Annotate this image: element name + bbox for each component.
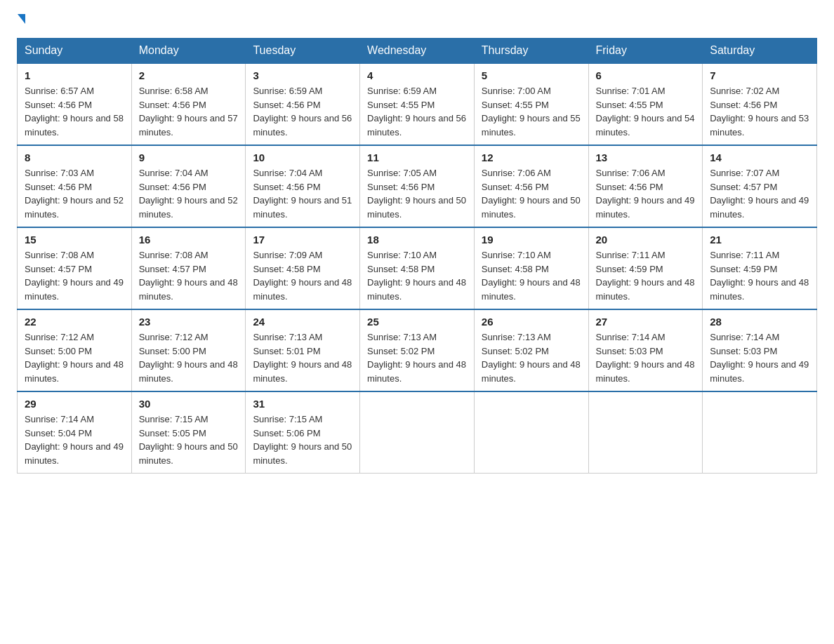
calendar-cell: 26Sunrise: 7:13 AMSunset: 5:02 PMDayligh… — [474, 309, 588, 391]
column-header-friday: Friday — [588, 39, 703, 64]
day-number: 11 — [367, 152, 467, 163]
page-header — [17, 17, 817, 27]
day-number: 28 — [710, 316, 809, 328]
day-number: 5 — [482, 69, 581, 81]
column-header-monday: Monday — [131, 39, 246, 64]
day-number: 3 — [253, 69, 352, 81]
day-number: 13 — [596, 152, 696, 163]
day-info: Sunrise: 7:15 AMSunset: 5:06 PMDaylight:… — [253, 414, 352, 466]
calendar-cell: 11Sunrise: 7:05 AMSunset: 4:56 PMDayligh… — [360, 145, 475, 227]
day-info: Sunrise: 6:59 AMSunset: 4:56 PMDaylight:… — [253, 86, 352, 137]
calendar-cell: 16Sunrise: 7:08 AMSunset: 4:57 PMDayligh… — [131, 227, 246, 309]
day-number: 16 — [139, 234, 239, 246]
day-number: 14 — [710, 152, 809, 163]
calendar-cell: 24Sunrise: 7:13 AMSunset: 5:01 PMDayligh… — [246, 309, 360, 391]
calendar-week-row: 15Sunrise: 7:08 AMSunset: 4:57 PMDayligh… — [18, 227, 817, 309]
calendar-cell: 13Sunrise: 7:06 AMSunset: 4:56 PMDayligh… — [588, 145, 703, 227]
calendar-cell: 15Sunrise: 7:08 AMSunset: 4:57 PMDayligh… — [18, 227, 132, 309]
day-number: 24 — [253, 316, 352, 328]
day-info: Sunrise: 7:12 AMSunset: 5:00 PMDaylight:… — [139, 332, 238, 384]
day-number: 2 — [139, 69, 239, 81]
day-number: 6 — [596, 69, 696, 81]
calendar-cell: 2Sunrise: 6:58 AMSunset: 4:56 PMDaylight… — [131, 63, 246, 145]
calendar-cell: 6Sunrise: 7:01 AMSunset: 4:55 PMDaylight… — [588, 63, 703, 145]
calendar-cell — [360, 391, 475, 474]
column-header-tuesday: Tuesday — [246, 39, 360, 64]
day-info: Sunrise: 7:11 AMSunset: 4:59 PMDaylight:… — [710, 250, 809, 302]
day-number: 22 — [25, 316, 124, 328]
column-header-saturday: Saturday — [703, 39, 817, 64]
calendar-cell: 19Sunrise: 7:10 AMSunset: 4:58 PMDayligh… — [474, 227, 588, 309]
day-info: Sunrise: 7:13 AMSunset: 5:02 PMDaylight:… — [482, 332, 581, 384]
calendar-cell: 20Sunrise: 7:11 AMSunset: 4:59 PMDayligh… — [588, 227, 703, 309]
day-number: 8 — [25, 152, 124, 163]
calendar-cell: 23Sunrise: 7:12 AMSunset: 5:00 PMDayligh… — [131, 309, 246, 391]
calendar-cell: 30Sunrise: 7:15 AMSunset: 5:05 PMDayligh… — [131, 391, 246, 474]
day-number: 1 — [25, 69, 124, 81]
calendar-cell: 17Sunrise: 7:09 AMSunset: 4:58 PMDayligh… — [246, 227, 360, 309]
calendar-cell — [474, 391, 588, 474]
day-number: 21 — [710, 234, 809, 246]
day-number: 20 — [596, 234, 696, 246]
column-header-thursday: Thursday — [474, 39, 588, 64]
day-info: Sunrise: 7:11 AMSunset: 4:59 PMDaylight:… — [596, 250, 695, 302]
day-info: Sunrise: 7:13 AMSunset: 5:02 PMDaylight:… — [367, 332, 466, 384]
column-header-sunday: Sunday — [18, 39, 132, 64]
day-info: Sunrise: 7:15 AMSunset: 5:05 PMDaylight:… — [139, 414, 238, 466]
day-number: 17 — [253, 234, 352, 246]
day-info: Sunrise: 7:14 AMSunset: 5:03 PMDaylight:… — [710, 332, 809, 384]
day-number: 4 — [367, 69, 467, 81]
calendar-week-row: 22Sunrise: 7:12 AMSunset: 5:00 PMDayligh… — [18, 309, 817, 391]
calendar-cell: 21Sunrise: 7:11 AMSunset: 4:59 PMDayligh… — [703, 227, 817, 309]
day-number: 12 — [482, 152, 581, 163]
calendar-cell: 9Sunrise: 7:04 AMSunset: 4:56 PMDaylight… — [131, 145, 246, 227]
calendar-cell: 14Sunrise: 7:07 AMSunset: 4:57 PMDayligh… — [703, 145, 817, 227]
day-info: Sunrise: 7:00 AMSunset: 4:55 PMDaylight:… — [482, 86, 581, 137]
day-info: Sunrise: 7:03 AMSunset: 4:56 PMDaylight:… — [25, 168, 124, 220]
calendar-cell: 22Sunrise: 7:12 AMSunset: 5:00 PMDayligh… — [18, 309, 132, 391]
day-info: Sunrise: 7:05 AMSunset: 4:56 PMDaylight:… — [367, 168, 466, 220]
calendar-cell — [703, 391, 817, 474]
calendar-cell — [588, 391, 703, 474]
day-info: Sunrise: 7:09 AMSunset: 4:58 PMDaylight:… — [253, 250, 352, 302]
day-info: Sunrise: 7:02 AMSunset: 4:56 PMDaylight:… — [710, 86, 809, 137]
calendar-table: SundayMondayTuesdayWednesdayThursdayFrid… — [17, 38, 817, 474]
calendar-cell: 3Sunrise: 6:59 AMSunset: 4:56 PMDaylight… — [246, 63, 360, 145]
day-info: Sunrise: 7:06 AMSunset: 4:56 PMDaylight:… — [596, 168, 695, 220]
day-info: Sunrise: 6:57 AMSunset: 4:56 PMDaylight:… — [25, 86, 124, 137]
day-number: 23 — [139, 316, 239, 328]
day-number: 15 — [25, 234, 124, 246]
day-number: 31 — [253, 398, 352, 410]
calendar-cell: 25Sunrise: 7:13 AMSunset: 5:02 PMDayligh… — [360, 309, 475, 391]
day-number: 10 — [253, 152, 352, 163]
day-info: Sunrise: 7:13 AMSunset: 5:01 PMDaylight:… — [253, 332, 352, 384]
day-info: Sunrise: 7:12 AMSunset: 5:00 PMDaylight:… — [25, 332, 124, 384]
calendar-cell: 4Sunrise: 6:59 AMSunset: 4:55 PMDaylight… — [360, 63, 475, 145]
day-info: Sunrise: 7:14 AMSunset: 5:03 PMDaylight:… — [596, 332, 695, 384]
calendar-cell: 10Sunrise: 7:04 AMSunset: 4:56 PMDayligh… — [246, 145, 360, 227]
calendar-cell: 1Sunrise: 6:57 AMSunset: 4:56 PMDaylight… — [18, 63, 132, 145]
day-info: Sunrise: 7:06 AMSunset: 4:56 PMDaylight:… — [482, 168, 581, 220]
calendar-header-row: SundayMondayTuesdayWednesdayThursdayFrid… — [18, 39, 817, 64]
day-number: 19 — [482, 234, 581, 246]
logo-triangle-icon — [18, 14, 25, 24]
day-number: 27 — [596, 316, 696, 328]
day-info: Sunrise: 6:59 AMSunset: 4:55 PMDaylight:… — [367, 86, 466, 137]
day-number: 18 — [367, 234, 467, 246]
day-number: 29 — [25, 398, 124, 410]
day-info: Sunrise: 7:10 AMSunset: 4:58 PMDaylight:… — [367, 250, 466, 302]
calendar-cell: 5Sunrise: 7:00 AMSunset: 4:55 PMDaylight… — [474, 63, 588, 145]
calendar-cell: 27Sunrise: 7:14 AMSunset: 5:03 PMDayligh… — [588, 309, 703, 391]
day-number: 25 — [367, 316, 467, 328]
calendar-week-row: 1Sunrise: 6:57 AMSunset: 4:56 PMDaylight… — [18, 63, 817, 145]
day-info: Sunrise: 7:07 AMSunset: 4:57 PMDaylight:… — [710, 168, 809, 220]
day-number: 7 — [710, 69, 809, 81]
calendar-cell: 8Sunrise: 7:03 AMSunset: 4:56 PMDaylight… — [18, 145, 132, 227]
calendar-week-row: 29Sunrise: 7:14 AMSunset: 5:04 PMDayligh… — [18, 391, 817, 474]
day-number: 30 — [139, 398, 239, 410]
column-header-wednesday: Wednesday — [360, 39, 475, 64]
day-info: Sunrise: 7:04 AMSunset: 4:56 PMDaylight:… — [139, 168, 238, 220]
day-info: Sunrise: 7:10 AMSunset: 4:58 PMDaylight:… — [482, 250, 581, 302]
day-number: 26 — [482, 316, 581, 328]
calendar-cell: 31Sunrise: 7:15 AMSunset: 5:06 PMDayligh… — [246, 391, 360, 474]
